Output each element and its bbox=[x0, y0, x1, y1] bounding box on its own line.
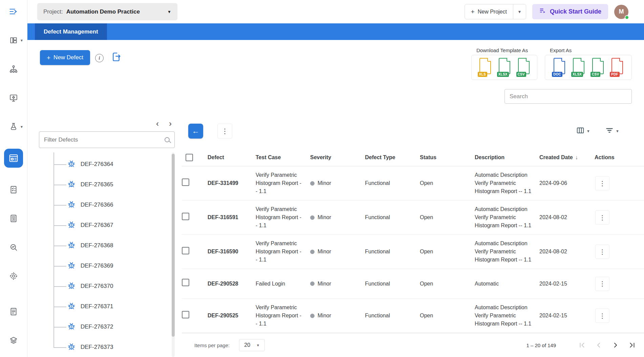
search-input[interactable] bbox=[505, 89, 632, 104]
row-checkbox[interactable] bbox=[182, 247, 189, 254]
sidebar-item-reports[interactable] bbox=[7, 212, 20, 225]
sidebar-item-dashboard[interactable]: ▼ bbox=[7, 34, 20, 47]
bug-icon bbox=[67, 322, 76, 332]
table-row[interactable]: DEF-290525 Verify Parametric Histogram R… bbox=[182, 299, 644, 333]
table-row[interactable]: DEF-316591 Verify Parametric Histogram R… bbox=[182, 201, 644, 235]
first-page-button[interactable] bbox=[575, 338, 588, 352]
description: Automatic Description Verify Parametric … bbox=[475, 166, 539, 200]
row-checkbox[interactable] bbox=[182, 213, 189, 220]
defect-tree-item[interactable]: DEF-276373 bbox=[39, 337, 175, 357]
defect-id: DEF-331499 bbox=[208, 174, 256, 192]
tree-prev-button[interactable]: ‹ bbox=[153, 119, 162, 128]
test-case: Verify Parametric Histogram Report - - 1… bbox=[256, 299, 310, 333]
new-project-dropdown[interactable]: ▼ bbox=[513, 4, 526, 19]
defect-tree-item[interactable]: DEF-276365 bbox=[39, 174, 175, 195]
bug-icon bbox=[67, 180, 76, 190]
project-selector[interactable]: Project: Automation Demo Practice ▼ bbox=[37, 3, 177, 20]
defect-tree-item[interactable]: DEF-276364 bbox=[39, 154, 175, 174]
quick-start-guide-button[interactable]: Quick Start Guide bbox=[532, 4, 608, 19]
file-format-chip[interactable]: CSV bbox=[590, 58, 606, 77]
sidebar-item-test-cases[interactable] bbox=[7, 183, 20, 196]
filter-button[interactable]: ▼ bbox=[605, 126, 619, 136]
info-icon[interactable]: i bbox=[95, 54, 104, 62]
row-actions-button[interactable]: ⋮ bbox=[595, 245, 609, 259]
file-format-chip[interactable]: CSV bbox=[516, 58, 532, 77]
sidebar-item-defects[interactable] bbox=[4, 149, 23, 168]
column-header[interactable]: Actions bbox=[595, 154, 644, 161]
column-header[interactable]: Defect Type bbox=[365, 154, 420, 161]
bug-icon bbox=[67, 261, 76, 271]
new-project-button[interactable]: + New Project bbox=[465, 4, 513, 19]
previous-page-button[interactable] bbox=[592, 338, 605, 352]
column-header[interactable]: Status bbox=[420, 154, 475, 161]
sidebar-item-system-config[interactable] bbox=[7, 91, 20, 105]
file-format-chip[interactable]: XLSX bbox=[497, 58, 512, 77]
chevron-down-icon: ▼ bbox=[20, 125, 23, 129]
severity-cell: Minor bbox=[310, 209, 365, 226]
table-row[interactable]: DEF-316590 Verify Parametric Histogram R… bbox=[182, 235, 644, 269]
table-menu-button[interactable]: ⋮ bbox=[217, 124, 232, 139]
severity-cell: Minor bbox=[310, 174, 365, 192]
column-header[interactable]: Created Date ↓ bbox=[539, 154, 595, 161]
file-format-label: PDF bbox=[610, 72, 620, 77]
sidebar-menu-toggle[interactable] bbox=[7, 5, 20, 18]
table-row[interactable]: DEF-331499 Verify Parametric Histogram R… bbox=[182, 166, 644, 201]
select-all-checkbox[interactable] bbox=[186, 154, 193, 161]
tab-defect-management[interactable]: Defect Management bbox=[35, 23, 107, 40]
last-page-button[interactable] bbox=[626, 338, 639, 352]
kebab-icon: ⋮ bbox=[599, 180, 606, 187]
row-actions-button[interactable]: ⋮ bbox=[595, 210, 609, 225]
tree-scrollbar[interactable] bbox=[172, 152, 175, 357]
bug-icon bbox=[67, 220, 76, 230]
sidebar-item-search-analytics[interactable] bbox=[7, 240, 20, 254]
row-checkbox[interactable] bbox=[182, 279, 189, 286]
defect-tree-item[interactable]: DEF-276371 bbox=[39, 296, 175, 317]
defect-tree-item[interactable]: DEF-276366 bbox=[39, 195, 175, 215]
row-actions-button[interactable]: ⋮ bbox=[595, 277, 609, 291]
defect-tree-label: DEF-276371 bbox=[81, 303, 113, 310]
tree-scrollbar-thumb[interactable] bbox=[172, 154, 175, 337]
defect-tree-item[interactable]: DEF-276370 bbox=[39, 276, 175, 296]
new-defect-button[interactable]: + New Defect bbox=[40, 50, 90, 65]
defect-tree-item[interactable]: DEF-276372 bbox=[39, 317, 175, 337]
sidebar-item-settings[interactable] bbox=[7, 269, 20, 283]
column-header-label: Test Case bbox=[256, 154, 281, 161]
column-settings-button[interactable]: ▼ bbox=[576, 126, 590, 136]
row-actions-button[interactable]: ⋮ bbox=[595, 176, 609, 190]
defect-tree-label: DEF-276369 bbox=[81, 262, 113, 269]
defect-id: DEF-316590 bbox=[208, 243, 256, 260]
status: Open bbox=[420, 307, 475, 324]
sidebar-item-org-structure[interactable] bbox=[7, 62, 20, 76]
defect-tree-item[interactable]: DEF-276368 bbox=[39, 235, 175, 256]
sort-desc-icon[interactable]: ↓ bbox=[575, 154, 578, 161]
row-checkbox[interactable] bbox=[182, 178, 189, 186]
file-format-chip[interactable]: PDF bbox=[609, 58, 625, 77]
quick-start-label: Quick Start Guide bbox=[550, 8, 601, 15]
table-row[interactable]: DEF-290528 Failed Login Minor Functional… bbox=[182, 269, 644, 299]
import-export-icon[interactable] bbox=[111, 51, 122, 64]
column-header[interactable]: Description bbox=[475, 154, 539, 161]
file-format-chip[interactable]: XLS bbox=[477, 58, 493, 77]
row-actions-button[interactable]: ⋮ bbox=[595, 309, 609, 323]
sidebar-item-test-lab[interactable]: ▼ bbox=[7, 120, 20, 133]
avatar[interactable]: M bbox=[614, 5, 628, 19]
defect-tree-item[interactable]: DEF-276369 bbox=[39, 256, 175, 276]
file-format-chip[interactable]: XLSX bbox=[571, 58, 586, 77]
tree-next-button[interactable]: › bbox=[166, 119, 174, 128]
items-per-page-select[interactable]: 20 ▼ bbox=[239, 339, 265, 351]
row-checkbox[interactable] bbox=[182, 311, 189, 318]
defect-tree-item[interactable]: DEF-276367 bbox=[39, 215, 175, 235]
column-header[interactable]: Severity bbox=[310, 154, 365, 161]
column-header[interactable]: Test Case bbox=[256, 154, 310, 161]
export-as-formats: DOC XLSX CSV PDF bbox=[545, 55, 632, 80]
filter-defects-input[interactable] bbox=[44, 136, 165, 143]
next-page-button[interactable] bbox=[609, 338, 622, 352]
sidebar-item-layers[interactable] bbox=[7, 334, 20, 347]
column-header[interactable]: Defect bbox=[208, 154, 256, 161]
severity-label: Minor bbox=[318, 179, 331, 187]
back-button[interactable]: ← bbox=[188, 124, 203, 139]
file-format-chip[interactable]: DOC bbox=[552, 58, 567, 77]
new-project-label: New Project bbox=[478, 9, 507, 15]
gear-icon bbox=[9, 272, 18, 280]
sidebar-item-documents[interactable] bbox=[7, 305, 20, 318]
